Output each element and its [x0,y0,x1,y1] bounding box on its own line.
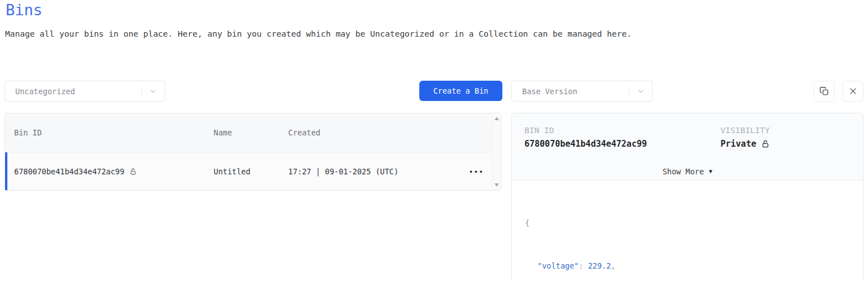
bins-table-panel: Bin ID Name Created 6780070be41b4d34e472… [5,113,501,191]
row-bin-id: 6780070be41b4d34e472ac99 [14,167,124,176]
bin-id-field: BIN ID 6780070be41b4d34e472ac99 [524,126,647,149]
chevron-down-icon [142,87,164,95]
create-bin-button[interactable]: Create a Bin [419,81,502,101]
bins-page: Bins Manage all your bins in one place. … [0,0,868,281]
close-button[interactable] [843,81,863,102]
lock-icon [761,139,770,148]
lock-icon [129,168,137,175]
json-line: "voltage": 229.2, [525,259,863,273]
bin-id-label: BIN ID [524,126,647,135]
version-select[interactable]: Base Version [511,81,653,102]
column-header-created: Created [288,128,320,137]
bin-detail-panel: BIN ID 6780070be41b4d34e472ac99 VISIBILI… [511,113,863,281]
close-icon [849,87,857,95]
copy-icon [819,86,829,96]
visibility-field: VISIBILITY Private [721,126,770,149]
visibility-label: VISIBILITY [721,126,770,135]
column-header-bin-id: Bin ID [14,128,42,137]
scroll-up-icon[interactable] [494,117,499,120]
table-scrollbar[interactable] [492,113,501,190]
visibility-value: Private [721,139,756,149]
row-actions-menu[interactable]: ••• [469,167,484,175]
row-created: 17:27 | 09-01-2025 (UTC) [288,167,398,176]
detail-header: BIN ID 6780070be41b4d34e472ac99 VISIBILI… [512,113,863,181]
bin-id-value: 6780070be41b4d34e472ac99 [524,139,647,149]
category-select-value: Uncategorized [5,87,141,96]
page-description: Manage all your bins in one place. Here,… [5,29,632,38]
json-line: { [525,216,863,230]
category-select[interactable]: Uncategorized [5,81,165,102]
show-more-label: Show More [662,167,704,176]
json-viewer: { "voltage": 229.2, "current": 0.111, "a… [512,181,863,281]
caret-down-icon: ▼ [709,168,713,174]
page-title: Bins [6,1,42,19]
copy-button[interactable] [814,81,835,102]
table-row[interactable]: 6780070be41b4d34e472ac99 Untitled 17:27 … [5,152,501,190]
table-header: Bin ID Name Created [5,113,501,152]
chevron-down-icon [630,87,652,95]
column-header-name: Name [214,128,232,137]
version-select-value: Base Version [512,87,629,96]
row-name: Untitled [214,167,250,176]
show-more-button[interactable]: Show More ▼ [512,163,863,180]
scroll-down-icon[interactable] [494,183,499,187]
